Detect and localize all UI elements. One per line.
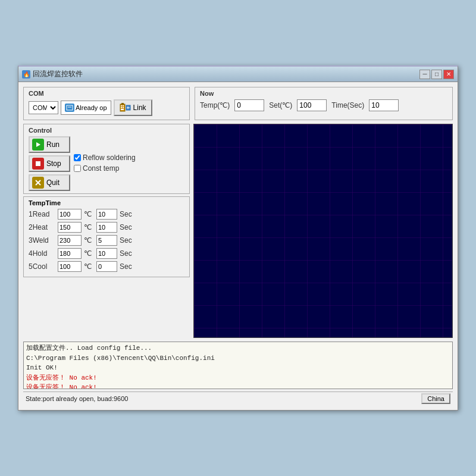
log-area[interactable]: 加载配置文件.. Load config file... C:\Program … — [23, 342, 453, 389]
tt-name-4: 4Hold — [29, 249, 55, 258]
tt-sec-1: Sec — [120, 210, 132, 218]
com-port-select[interactable]: COM1 COM2 COM3 — [29, 101, 58, 114]
tt-temp-1[interactable] — [58, 209, 82, 220]
temp-label: Temp(℃) — [200, 101, 230, 109]
set-label: Set(℃) — [269, 101, 292, 109]
already-label: Already op — [76, 104, 107, 111]
tt-temp-5[interactable] — [58, 261, 82, 272]
table-row: 2Heat ℃ Sec — [29, 222, 184, 233]
tt-sec-2: Sec — [120, 223, 132, 231]
title-bar-left: 🔥 回流焊监控软件 — [22, 69, 83, 79]
tt-unit-4: ℃ — [84, 249, 92, 258]
already-icon — [65, 104, 74, 112]
stop-button[interactable]: Stop — [29, 155, 70, 172]
const-checkbox[interactable] — [74, 165, 81, 172]
status-text: State:port already open, buad:9600 — [26, 395, 128, 402]
left-panel: Control Run — [23, 124, 190, 338]
now-label: Now — [200, 90, 447, 97]
minimize-button[interactable]: ─ — [419, 70, 430, 79]
log-container: 加载配置文件.. Load config file... C:\Program … — [23, 342, 453, 389]
tt-sec-4: Sec — [120, 249, 132, 258]
mode-col: Reflow soldering Const temp — [74, 154, 136, 174]
window-controls: ─ □ ✕ — [419, 70, 454, 79]
reflow-checkbox[interactable] — [74, 154, 81, 161]
list-item: C:\Program Files (x86)\Tencent\QQ\Bin\co… — [26, 353, 450, 364]
control-panel: Control Run — [23, 124, 190, 194]
svg-rect-17 — [194, 124, 452, 337]
now-panel: Now Temp(℃) Set(℃) Time(Sec) — [195, 87, 453, 120]
table-row: 3Weld ℃ Sec — [29, 235, 184, 246]
svg-rect-13 — [36, 161, 40, 166]
buttons-col: Run Stop — [29, 136, 70, 191]
list-item: Init OK! — [26, 363, 450, 373]
quit-button[interactable]: Quit — [29, 174, 70, 191]
const-checkbox-label[interactable]: Const temp — [74, 164, 136, 173]
temp-value-input[interactable] — [234, 99, 264, 111]
tt-temp-4[interactable] — [58, 248, 82, 259]
maximize-button[interactable]: □ — [431, 70, 442, 79]
svg-rect-5 — [123, 105, 124, 107]
chart-grid — [194, 124, 452, 337]
quit-label: Quit — [46, 178, 60, 187]
now-row: Temp(℃) Set(℃) Time(Sec) — [200, 99, 447, 111]
middle-section: Control Run — [23, 124, 453, 338]
run-button[interactable]: Run — [29, 136, 70, 153]
status-bar: State:port already open, buad:9600 China — [23, 392, 453, 405]
com-panel: COM COM1 COM2 COM3 Already op — [23, 87, 190, 120]
time-label: Time(Sec) — [331, 101, 364, 109]
svg-rect-6 — [121, 107, 122, 108]
tt-time-4[interactable] — [96, 248, 117, 259]
list-item: 设备无应答！ No ack! — [26, 383, 450, 389]
set-value-input[interactable] — [297, 99, 327, 111]
control-label: Control — [29, 127, 184, 134]
quit-icon — [32, 177, 44, 189]
tt-name-2: 2Heat — [29, 223, 55, 231]
tt-unit-3: ℃ — [84, 236, 92, 245]
table-row: 5Cool ℃ Sec — [29, 261, 184, 272]
top-section: COM COM1 COM2 COM3 Already op — [23, 87, 453, 120]
tt-sec-3: Sec — [120, 236, 132, 245]
list-item: 设备无应答！ No ack! — [26, 373, 450, 383]
tt-name-3: 3Weld — [29, 236, 55, 245]
tt-time-3[interactable] — [96, 235, 117, 246]
china-button[interactable]: China — [421, 393, 450, 404]
tt-temp-3[interactable] — [58, 235, 82, 246]
reflow-checkbox-label[interactable]: Reflow soldering — [74, 154, 136, 162]
table-row: 1Read ℃ Sec — [29, 209, 184, 220]
stop-label: Stop — [46, 159, 61, 168]
link-button[interactable]: Link — [114, 99, 152, 116]
chart-area: 500℃ — [193, 124, 453, 338]
svg-marker-12 — [36, 142, 40, 147]
table-row: 4Hold ℃ Sec — [29, 248, 184, 259]
run-label: Run — [46, 140, 60, 149]
reflow-label: Reflow soldering — [83, 154, 136, 162]
tt-sec-5: Sec — [120, 262, 132, 271]
tt-unit-5: ℃ — [84, 262, 92, 271]
tt-name-5: 5Cool — [29, 262, 55, 271]
svg-rect-0 — [67, 105, 73, 110]
tt-time-2[interactable] — [96, 222, 117, 233]
svg-rect-3 — [121, 103, 124, 105]
temptime-panel: TempTime 1Read ℃ Sec 2Heat ℃ Sec — [23, 196, 190, 277]
com-row: COM1 COM2 COM3 Already op — [29, 99, 184, 116]
tt-temp-2[interactable] — [58, 222, 82, 233]
stop-icon — [32, 158, 44, 170]
close-button[interactable]: ✕ — [443, 70, 454, 79]
tt-name-1: 1Read — [29, 210, 55, 218]
com-label: COM — [29, 90, 184, 97]
tt-unit-1: ℃ — [84, 210, 92, 218]
svg-rect-7 — [123, 107, 124, 108]
svg-rect-8 — [121, 109, 124, 110]
tt-time-1[interactable] — [96, 209, 117, 220]
already-open-button[interactable]: Already op — [61, 101, 111, 115]
link-icon — [120, 102, 131, 113]
const-label: Const temp — [83, 164, 119, 173]
title-bar: 🔥 回流焊监控软件 ─ □ ✕ — [18, 67, 458, 82]
tt-unit-2: ℃ — [84, 223, 92, 231]
run-icon — [32, 139, 44, 151]
tt-time-5[interactable] — [96, 261, 117, 272]
svg-rect-4 — [121, 105, 122, 107]
list-item: 加载配置文件.. Load config file... — [26, 343, 450, 353]
temptime-label: TempTime — [29, 199, 184, 206]
time-value-input[interactable] — [369, 99, 399, 111]
